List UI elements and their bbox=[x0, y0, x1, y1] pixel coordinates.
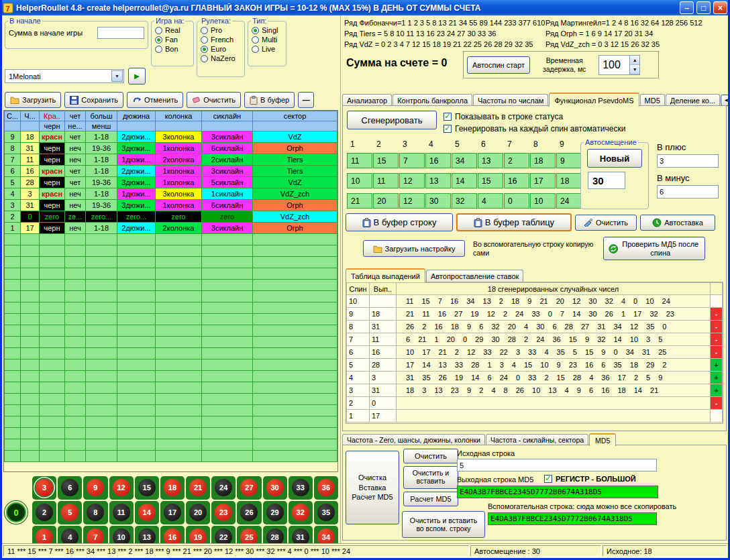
roulette-cell: 5 bbox=[58, 501, 82, 524]
minus-input[interactable] bbox=[657, 185, 719, 199]
type-group-title: Тип: bbox=[251, 17, 268, 25]
tab-анализатор[interactable]: Анализатор bbox=[342, 94, 392, 106]
roulette-number[interactable]: 35 bbox=[317, 504, 335, 521]
fall-cell: 11 bbox=[370, 333, 397, 346]
roulette-number[interactable]: 17 bbox=[164, 504, 181, 521]
history-cell bbox=[117, 337, 156, 348]
to-buffer-button[interactable]: В буфер bbox=[244, 92, 295, 108]
generate-button[interactable]: Сгенерировать bbox=[347, 111, 437, 129]
md5-output-field: E4DA3B7FBBCE2345D7772B0674A318D5 bbox=[457, 486, 658, 498]
roulette-number[interactable]: 33 bbox=[292, 479, 309, 496]
maximize-button[interactable]: □ bbox=[696, 1, 711, 14]
roulette-number[interactable]: 2 bbox=[36, 504, 53, 521]
roulette-number[interactable]: 3 bbox=[36, 479, 53, 496]
roulette-number[interactable]: 21 bbox=[189, 479, 207, 496]
roulette-number[interactable]: 29 bbox=[266, 504, 284, 521]
buffer-row-button[interactable]: В буфер строку bbox=[346, 213, 453, 231]
checkbox-show-in-status[interactable]: Показывать в строке статуса bbox=[444, 112, 563, 121]
collapse-button[interactable]: — bbox=[298, 92, 314, 108]
spinner-up-button[interactable]: ▲ bbox=[630, 56, 639, 65]
clear-generated-button[interactable]: Очистить bbox=[575, 215, 637, 231]
roulette-number[interactable]: 14 bbox=[138, 504, 156, 521]
md5-aux-field[interactable]: E4DA3B7FBBCE2345D7772B0674A318D5 bbox=[488, 512, 657, 525]
radio-live[interactable]: Live bbox=[248, 44, 286, 54]
check-md5-button[interactable]: Проверить МД5 после спина bbox=[603, 237, 705, 260]
roulette-zero[interactable]: 0 bbox=[6, 502, 26, 522]
gen-cell: 21 bbox=[347, 193, 372, 209]
tab-md5[interactable]: MD5 bbox=[589, 433, 616, 446]
fall-cell: 11 15 7 16 34 13 2 18 9 21 20 12 30 32 4… bbox=[397, 295, 711, 308]
tab-частота-сиклайны-сектора[interactable]: Частота - сиклайны, сектора bbox=[486, 434, 588, 445]
roulette-number[interactable]: 32 bbox=[292, 504, 309, 521]
radio-singl[interactable]: Singl bbox=[248, 25, 286, 35]
buffer-table-button[interactable]: В буфер таблицу bbox=[456, 213, 572, 231]
gen-cell: 34 bbox=[452, 153, 477, 168]
md5-clear-paste-aux-button[interactable]: Очистить и вставить во вспом. строку bbox=[402, 511, 485, 538]
roulette-number[interactable]: 20 bbox=[189, 504, 207, 521]
roulette-number[interactable]: 26 bbox=[240, 504, 258, 521]
history-cell bbox=[253, 394, 337, 405]
preset-combobox[interactable]: 1Melonati ▼ bbox=[5, 69, 124, 83]
history-header-cell bbox=[156, 121, 202, 131]
fall-cell bbox=[711, 295, 723, 308]
roulette-number[interactable]: 23 bbox=[215, 504, 232, 521]
roulette-number[interactable]: 15 bbox=[138, 479, 156, 496]
history-cell bbox=[156, 348, 202, 359]
load-button[interactable]: Загрузить bbox=[5, 92, 61, 108]
roulette-number[interactable]: 11 bbox=[113, 504, 130, 521]
tab-автопроставление-ставок[interactable]: Автопроставление ставок bbox=[426, 270, 523, 282]
roulette-number[interactable]: 27 bbox=[240, 479, 258, 496]
start-sum-input[interactable] bbox=[97, 27, 144, 39]
roulette-number[interactable]: 18 bbox=[164, 479, 181, 496]
radio-multi[interactable]: Multi bbox=[248, 35, 286, 44]
radio-pro[interactable]: Pro bbox=[197, 25, 244, 35]
new-button[interactable]: Новый bbox=[587, 149, 642, 168]
register-checkbox[interactable]: РЕГИСТР - БОЛЬШОЙ bbox=[544, 475, 636, 483]
autobet-button[interactable]: Автоставка bbox=[640, 215, 715, 231]
roulette-number[interactable]: 24 bbox=[215, 479, 232, 496]
roulette-number[interactable]: 12 bbox=[113, 479, 130, 496]
history-cell bbox=[156, 257, 202, 268]
tab-таблица-выпадений[interactable]: Таблица выпадений bbox=[346, 268, 425, 282]
chevron-down-icon[interactable]: ▼ bbox=[111, 70, 123, 82]
checkbox-generate-each-spin[interactable]: Генерировать на каждый спин автоматическ… bbox=[444, 124, 625, 133]
tabs-scroll-left-button[interactable]: ◄ bbox=[721, 95, 730, 106]
md5-calc-button[interactable]: Расчет MD5 bbox=[403, 492, 458, 506]
autospin-start-button[interactable]: Автоспин старт bbox=[467, 56, 530, 74]
radio-bon[interactable]: Bon bbox=[152, 44, 193, 54]
roulette-number[interactable]: 6 bbox=[61, 479, 79, 496]
roulette-number[interactable]: 9 bbox=[87, 479, 104, 496]
minimize-button[interactable]: – bbox=[680, 1, 694, 14]
tab-деление-ко-[interactable]: Деление ко... bbox=[666, 94, 720, 106]
roulette-number[interactable]: 30 bbox=[266, 479, 284, 496]
radio-nazero[interactable]: NaZero bbox=[197, 54, 244, 63]
spinner-down-button[interactable]: ▼ bbox=[630, 65, 639, 74]
close-button[interactable]: × bbox=[713, 1, 727, 14]
status-spin-history: 11 *** 15 *** 7 *** 16 *** 34 *** 13 ***… bbox=[3, 545, 469, 557]
tab-контроль-банкролла[interactable]: Контроль банкролла bbox=[393, 94, 472, 106]
load-settings-button[interactable]: Загрузить настройку bbox=[363, 240, 465, 257]
radio-real[interactable]: Real bbox=[152, 25, 193, 35]
md5-big-button[interactable]: Очистка Вставка Расчет MD5 bbox=[346, 451, 399, 524]
source-input[interactable] bbox=[457, 459, 657, 471]
plus-input[interactable] bbox=[657, 154, 719, 168]
roulette-number[interactable]: 36 bbox=[317, 479, 335, 496]
tab-частоты-по-числам[interactable]: Частоты по числам bbox=[473, 94, 548, 106]
roulette-number[interactable]: 5 bbox=[61, 504, 79, 521]
radio-fan[interactable]: Fan bbox=[152, 35, 193, 44]
history-header-cell bbox=[202, 121, 253, 131]
md5-clear-button[interactable]: Очистить bbox=[403, 449, 458, 463]
autoshift-value[interactable]: 30 bbox=[588, 172, 625, 189]
tab-функционал-psevdoms[interactable]: Функционал PsevdoMS bbox=[549, 93, 639, 107]
tab-md5[interactable]: MD5 bbox=[640, 94, 665, 106]
undo-button[interactable]: Отменить bbox=[127, 92, 183, 108]
radio-euro[interactable]: Euro bbox=[197, 44, 244, 54]
delay-spinner[interactable]: 100 ▲ ▼ bbox=[598, 55, 640, 75]
md5-clear-paste-button[interactable]: Очистить и вставить bbox=[403, 466, 458, 489]
play-button[interactable]: ► bbox=[128, 68, 146, 85]
radio-french[interactable]: French bbox=[197, 35, 244, 44]
tab-частота-zero-шансы-дюжины-колонки[interactable]: Частота - Zero, шансы, дюжины, колонки bbox=[342, 434, 485, 445]
roulette-number[interactable]: 8 bbox=[87, 504, 104, 521]
clear-button[interactable]: Очистить bbox=[187, 92, 241, 108]
save-button[interactable]: Сохранить bbox=[64, 92, 123, 108]
